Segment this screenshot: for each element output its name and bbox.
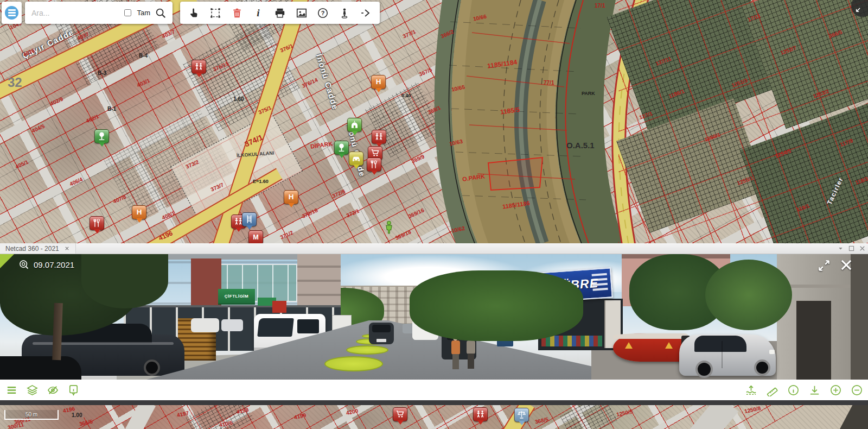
poi-marker-tree[interactable]	[94, 129, 109, 143]
hide-overlays-button[interactable]	[45, 382, 60, 398]
tab-netcad-360-2021[interactable]: Netcad 360 - 2021	[0, 243, 76, 254]
map-tools-toolbar: i?	[180, 2, 380, 24]
streetview-date-label: 09.07.2021	[34, 260, 74, 269]
bottom-map-strip[interactable]: 366/114196366/5410/64197419841994200300/…	[0, 405, 868, 429]
area-label: B-4	[139, 53, 148, 59]
area-label: 32	[8, 76, 22, 89]
sign-smalltext-bar	[592, 283, 608, 286]
warning-triangle	[665, 342, 673, 349]
pan-tool-button[interactable]	[186, 5, 202, 21]
marker-restaurant-icon	[367, 159, 381, 169]
tab-close-icon[interactable]	[858, 244, 866, 253]
parcel-label: 1.00	[72, 413, 82, 418]
green-shop-sign: ÇİFTLİGİM	[218, 289, 255, 305]
elevation-profile-button[interactable]	[743, 382, 758, 398]
poi-marker-scales[interactable]	[514, 408, 529, 422]
marker-hotel-icon: H	[132, 207, 146, 217]
poi-marker-family[interactable]	[192, 60, 206, 74]
tree-foreground	[81, 254, 168, 308]
menu-icon	[5, 6, 18, 20]
download-button[interactable]	[807, 382, 822, 398]
snapshot-tool-button[interactable]	[293, 5, 310, 21]
nav-ellipse[interactable]	[324, 356, 383, 371]
poi-marker-mosque[interactable]	[347, 118, 362, 132]
streetview-panorama[interactable]: ÇİFTLİGİM	[0, 254, 868, 380]
poi-marker-restaurant[interactable]	[367, 157, 381, 172]
left-building-maroon-panel	[191, 258, 221, 311]
poi-marker-tree[interactable]	[334, 141, 349, 155]
marker-metro-icon: M	[249, 232, 263, 242]
poi-marker-ladder[interactable]	[242, 212, 257, 226]
search-input[interactable]	[30, 8, 118, 18]
layers-button[interactable]	[24, 382, 40, 398]
search-panel: Tam	[25, 2, 173, 24]
tab-collapse-icon[interactable]	[837, 244, 845, 253]
map-canvas[interactable]: Çayır Caddeİnönü Caddeİnönü CaddeTacirle…	[0, 0, 868, 243]
measure-button[interactable]	[764, 382, 780, 398]
poi-marker-hotel[interactable]: H	[132, 205, 146, 219]
panel-separator	[0, 400, 868, 405]
marker-cart-icon	[393, 409, 407, 419]
panorama-menu-button[interactable]	[4, 382, 19, 398]
svg-text:?: ?	[321, 10, 325, 16]
parcel-label: 17/1	[595, 3, 605, 9]
streetview-fullscreen-button[interactable]	[817, 258, 831, 273]
panorama-toolbar-right	[743, 380, 864, 400]
van-side-window	[297, 319, 319, 333]
parked-car-white	[191, 318, 219, 332]
search-icon[interactable]	[154, 7, 167, 20]
more-tools-button[interactable]	[358, 5, 374, 21]
streetview-close-button[interactable]	[839, 257, 854, 273]
marker-hotel-icon: H	[372, 77, 385, 87]
poi-marker-hotel[interactable]: H	[371, 75, 386, 89]
scale-label: 50 m	[25, 412, 37, 418]
delete-tool-button[interactable]	[229, 5, 245, 21]
marker-ladder-icon	[242, 214, 256, 224]
info-button[interactable]	[786, 382, 801, 398]
svg-text:H: H	[289, 193, 294, 201]
tab-close-icon[interactable]	[64, 245, 70, 251]
marker-scales-icon	[515, 409, 528, 420]
poi-marker-family[interactable]	[473, 407, 488, 421]
tab-maximize-icon[interactable]	[847, 244, 856, 253]
area-label: B-3	[98, 71, 106, 76]
marker-family-icon	[192, 61, 206, 72]
silver-car	[679, 335, 776, 376]
sign-smalltext-bar	[592, 278, 607, 281]
poi-marker-hotel[interactable]: H	[284, 190, 298, 204]
zoom-out-button[interactable]	[849, 382, 864, 398]
fulltext-checkbox-label: Tam	[137, 9, 150, 17]
shop-goods	[541, 336, 602, 346]
wheel	[754, 359, 770, 376]
streetview-tool-button[interactable]	[336, 5, 353, 21]
svg-text:H: H	[137, 208, 142, 216]
marker-hotel-icon: H	[284, 192, 298, 202]
print-tool-button[interactable]	[272, 5, 288, 21]
help-tool-button[interactable]: ?	[315, 5, 331, 21]
area-label: PARK	[582, 91, 595, 96]
main-menu-button[interactable]	[2, 2, 22, 24]
nav-ellipse[interactable]	[346, 345, 388, 355]
identify-tool-button[interactable]: i	[250, 5, 266, 21]
svg-text:M: M	[253, 234, 259, 241]
map-collapse-button[interactable]	[851, 0, 868, 17]
streetview-history-icon[interactable]	[18, 259, 29, 270]
fulltext-checkbox[interactable]	[124, 9, 131, 16]
poi-marker-restaurant[interactable]	[90, 216, 104, 230]
select-area-tool-button[interactable]	[207, 5, 224, 21]
info-marker-button[interactable]	[66, 382, 81, 398]
wheel	[144, 359, 160, 376]
poi-marker-cart[interactable]	[393, 407, 407, 421]
approaching-car	[369, 323, 394, 344]
license-plate	[376, 339, 386, 342]
panorama-toolbar	[0, 380, 868, 400]
streetview-corner-flag	[0, 254, 14, 268]
poi-marker-metro[interactable]: M	[248, 230, 263, 243]
car-windows	[694, 336, 746, 352]
marker-car-icon	[349, 153, 363, 163]
poi-marker-car[interactable]	[349, 152, 363, 166]
door-line	[722, 341, 723, 368]
poi-marker-family[interactable]	[372, 130, 386, 144]
zoom-in-button[interactable]	[828, 382, 843, 398]
pegman-position[interactable]	[383, 220, 395, 236]
